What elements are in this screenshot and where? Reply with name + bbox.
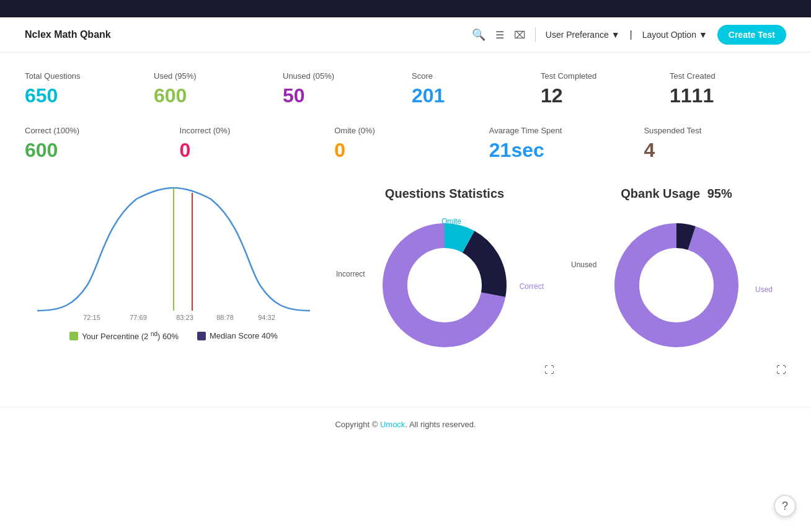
chevron-down-icon: ▼ bbox=[611, 30, 620, 40]
stat-card-r2-0: Correct (100%) 600 bbox=[25, 126, 167, 162]
svg-text:88:78: 88:78 bbox=[216, 314, 234, 321]
stat-label-r2-4: Suspended Test bbox=[644, 126, 786, 135]
stat-label-r2-3: Avarage Time Spent bbox=[489, 126, 632, 135]
stat-value-0: 650 bbox=[25, 84, 141, 107]
user-preference-dropdown[interactable]: User Preferance ▼ bbox=[546, 30, 620, 40]
qbank-donut-svg bbox=[602, 211, 751, 360]
stat-value-1: 600 bbox=[154, 84, 270, 107]
qbank-usage-title: Qbank Usage 95% bbox=[621, 187, 732, 201]
correct-label: Correct bbox=[520, 282, 544, 291]
footer: Copyright © Umock. All rights reserved. bbox=[0, 407, 811, 441]
stat-card-1: Used (95%) 600 bbox=[154, 71, 270, 107]
qbank-donut-wrapper: Unused Used bbox=[602, 211, 751, 360]
header: Nclex Math Qbank 🔍 ☰ ⌧ User Preferance ▼… bbox=[0, 17, 811, 53]
stat-card-r2-2: Omite (0%) 0 bbox=[334, 126, 477, 162]
stat-label-1: Used (95%) bbox=[154, 71, 270, 81]
stat-card-5: Test Created 1111 bbox=[670, 71, 786, 107]
stat-value-r2-2: 0 bbox=[334, 139, 477, 162]
questions-stats-container: Questions Statistics Omite Incorrect bbox=[335, 187, 554, 376]
questions-stats-title: Questions Statistics bbox=[385, 187, 504, 201]
stats-row-2: Correct (100%) 600 Incorrect (0%) 0 Omit… bbox=[25, 126, 786, 162]
stat-label-4: Test Completed bbox=[541, 71, 657, 81]
stats-row-1: Total Questions 650 Used (95%) 600 Unuse… bbox=[25, 71, 786, 107]
stat-card-r2-3: Avarage Time Spent 21sec bbox=[489, 126, 632, 162]
bell-curve-container: 72:15 77:69 83:23 88:78 94:32 Your Perce… bbox=[25, 187, 322, 341]
svg-point-13 bbox=[642, 251, 711, 319]
top-bar bbox=[0, 0, 811, 17]
bell-curve-chart: 72:15 77:69 83:23 88:78 94:32 bbox=[25, 187, 322, 323]
stat-card-2: Unused (05%) 50 bbox=[283, 71, 399, 107]
stat-card-3: Score 201 bbox=[412, 71, 528, 107]
list-view-icon[interactable]: ☰ bbox=[495, 29, 504, 41]
questions-donut-wrapper: Omite Incorrect Correct bbox=[370, 211, 519, 360]
used-label: Used bbox=[755, 285, 773, 294]
stat-value-r2-1: 0 bbox=[180, 139, 322, 162]
questions-donut-svg bbox=[370, 211, 519, 360]
unused-label: Unused bbox=[571, 260, 596, 269]
qbank-pct: 95% bbox=[707, 187, 732, 200]
percentile-dot bbox=[69, 332, 78, 340]
svg-text:94:32: 94:32 bbox=[258, 314, 275, 321]
stat-card-r2-4: Suspended Test 4 bbox=[644, 126, 786, 162]
expand-icon-questions[interactable]: ⛶ bbox=[544, 365, 554, 376]
stat-label-5: Test Created bbox=[670, 71, 786, 81]
omite-label: Omite bbox=[441, 217, 461, 226]
svg-text:83:23: 83:23 bbox=[176, 314, 193, 321]
chevron-down-icon-2: ▼ bbox=[699, 30, 707, 40]
stat-card-4: Test Completed 12 bbox=[541, 71, 657, 107]
legend-median: Median Score 40% bbox=[197, 330, 278, 341]
stat-label-r2-0: Correct (100%) bbox=[25, 126, 167, 135]
svg-point-10 bbox=[410, 251, 479, 319]
main-content: Total Questions 650 Used (95%) 600 Unuse… bbox=[0, 53, 811, 394]
median-dot bbox=[197, 332, 206, 340]
svg-text:77:69: 77:69 bbox=[130, 314, 147, 321]
divider bbox=[535, 27, 536, 42]
stat-card-0: Total Questions 650 bbox=[25, 71, 141, 107]
qbank-usage-container: Qbank Usage 95% Unused Used ⛶ bbox=[567, 187, 786, 376]
stat-value-2: 50 bbox=[283, 84, 399, 107]
legend-percentile: Your Percentine (2 nd) 60% bbox=[69, 330, 179, 341]
incorrect-label: Incorrect bbox=[336, 270, 365, 278]
legend-median-label: Median Score 40% bbox=[210, 331, 278, 340]
stat-value-5: 1111 bbox=[670, 84, 786, 107]
logo: Nclex Math Qbank bbox=[25, 29, 111, 40]
stat-label-0: Total Questions bbox=[25, 71, 141, 81]
grid-view-icon[interactable]: ⌧ bbox=[514, 29, 525, 41]
stat-label-r2-2: Omite (0%) bbox=[334, 126, 477, 135]
stat-value-r2-4: 4 bbox=[644, 139, 786, 162]
create-test-button[interactable]: Create Test bbox=[717, 25, 786, 45]
stat-card-r2-1: Incorrect (0%) 0 bbox=[180, 126, 322, 162]
footer-text: Copyright © Umock. All rights reserved. bbox=[335, 420, 476, 429]
stat-value-r2-0: 600 bbox=[25, 139, 167, 162]
stat-value-3: 201 bbox=[412, 84, 528, 107]
svg-text:72:15: 72:15 bbox=[83, 314, 100, 321]
stat-value-4: 12 bbox=[541, 84, 657, 107]
stat-value-r2-3: 21sec bbox=[489, 139, 632, 162]
legend-percentile-label: Your Percentine (2 nd) 60% bbox=[82, 330, 179, 341]
header-right: 🔍 ☰ ⌧ User Preferance ▼ | Layout Option … bbox=[472, 25, 786, 45]
charts-section: 72:15 77:69 83:23 88:78 94:32 Your Perce… bbox=[25, 187, 786, 376]
layout-option-dropdown[interactable]: Layout Option ▼ bbox=[642, 30, 707, 40]
expand-icon-qbank[interactable]: ⛶ bbox=[776, 365, 786, 376]
bell-legend: Your Percentine (2 nd) 60% Median Score … bbox=[69, 330, 278, 341]
footer-link[interactable]: Umock bbox=[380, 420, 405, 429]
search-icon[interactable]: 🔍 bbox=[472, 28, 485, 42]
divider2: | bbox=[630, 29, 632, 40]
stat-label-2: Unused (05%) bbox=[283, 71, 399, 81]
stat-label-3: Score bbox=[412, 71, 528, 81]
stat-label-r2-1: Incorrect (0%) bbox=[180, 126, 322, 135]
